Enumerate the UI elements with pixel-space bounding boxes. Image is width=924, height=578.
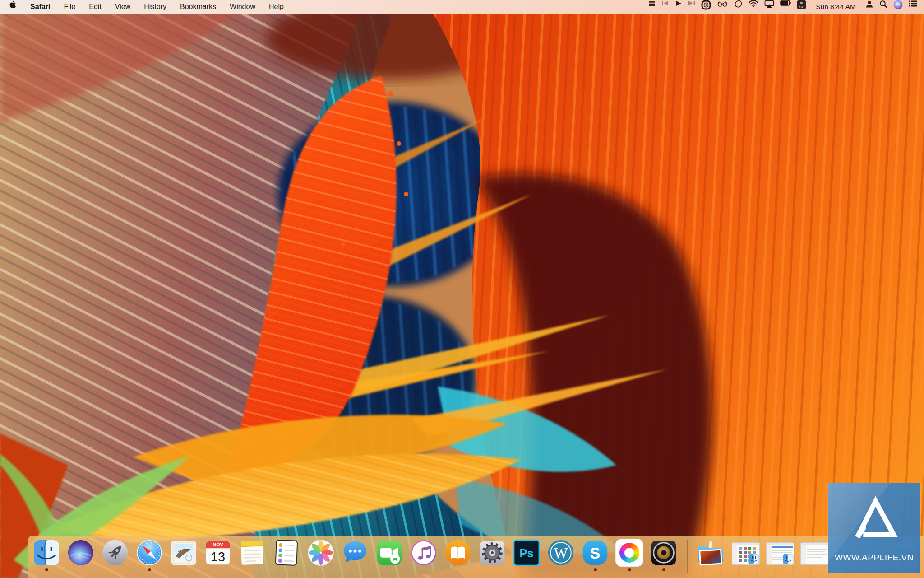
ibooks-icon <box>444 539 472 567</box>
running-indicator <box>662 568 665 571</box>
notes-icon <box>238 539 266 567</box>
finder-window-grid-thumbnail <box>732 542 760 565</box>
menu-item-window[interactable]: Window <box>230 3 255 11</box>
calendar-icon: NOV 13 <box>204 539 232 567</box>
siri-dock-icon <box>67 539 95 567</box>
watermark-url: WWW.APPLIFE.VN <box>835 553 914 563</box>
menu-bar: Safari File Edit View History Bookmarks … <box>0 0 924 14</box>
facetime-icon <box>375 539 403 567</box>
dock-app-itunes[interactable] <box>410 539 438 567</box>
menu-item-file[interactable]: File <box>64 3 75 11</box>
itunes-icon <box>410 539 438 567</box>
menu-bar-clock[interactable]: Sun 8:44 AM <box>816 3 856 11</box>
menu-bar-status: VIST Sun 8:44 AM <box>648 0 924 14</box>
calendar-day: 13 <box>211 550 225 564</box>
speaker-icon <box>650 539 678 567</box>
dock-app-photos[interactable] <box>307 539 335 567</box>
apple-menu[interactable] <box>9 0 17 14</box>
dock-separator <box>687 540 688 573</box>
dock-app-notes[interactable] <box>238 539 266 567</box>
running-indicator <box>594 568 597 571</box>
dock-app-photoshop[interactable]: Ps <box>513 539 541 567</box>
wordpress-icon: W <box>547 539 575 567</box>
dock-app-skype[interactable]: S <box>581 539 609 567</box>
apple-icon <box>9 0 17 9</box>
applife-logo-icon <box>845 490 904 545</box>
menu-item-bookmarks[interactable]: Bookmarks <box>180 3 216 11</box>
dock-app-wordpress[interactable]: W <box>547 539 575 567</box>
notification-center-icon[interactable] <box>909 0 918 14</box>
dock-minimized-finder-window-list[interactable] <box>766 542 794 565</box>
desktop: Safari File Edit View History Bookmarks … <box>0 0 924 578</box>
dock-app-color-picker[interactable] <box>615 539 643 567</box>
dock-app-siri[interactable] <box>67 539 95 567</box>
menu-item-history[interactable]: History <box>144 3 166 11</box>
finder-window-list-thumbnail <box>766 542 794 565</box>
running-indicator <box>148 568 151 571</box>
input-source-icon[interactable]: VIST <box>797 0 806 14</box>
menu-item-help[interactable]: Help <box>269 3 284 11</box>
wordpress-label: W <box>554 545 568 561</box>
dock-minimized-finder-window-grid[interactable] <box>732 542 760 565</box>
user-icon[interactable] <box>865 0 873 14</box>
dock-app-launchpad[interactable] <box>101 539 129 567</box>
play-icon[interactable] <box>675 0 682 14</box>
dock-app-ibooks[interactable] <box>444 539 472 567</box>
launchpad-icon <box>101 539 129 567</box>
dock-app-system-preferences[interactable] <box>478 539 506 567</box>
menu-item-view[interactable]: View <box>115 3 130 11</box>
dock-app-messages[interactable] <box>341 539 369 567</box>
reminders-icon <box>273 539 300 567</box>
dock-app-mail[interactable] <box>170 539 198 567</box>
menu-bar-left: Safari File Edit View History Bookmarks … <box>0 0 284 14</box>
dock: NOV 13 <box>28 536 924 578</box>
dock-app-safari[interactable] <box>135 539 163 567</box>
dock-app-speaker[interactable] <box>650 539 678 567</box>
photoshop-icon: Ps <box>513 539 541 567</box>
menu-item-edit[interactable]: Edit <box>89 3 102 11</box>
queue-icon[interactable] <box>648 0 656 14</box>
siri-icon[interactable] <box>893 0 903 14</box>
folder-stack-icon <box>696 541 725 567</box>
dock-app-finder[interactable] <box>32 539 60 567</box>
system-preferences-icon <box>478 539 506 567</box>
running-indicator <box>45 568 48 571</box>
dock-app-facetime[interactable] <box>375 539 403 567</box>
color-picker-icon <box>615 539 643 567</box>
skype-label: S <box>590 544 600 562</box>
cloud-blob-icon[interactable] <box>734 0 743 14</box>
dock-images-folder-stack[interactable] <box>696 541 725 567</box>
wifi-icon[interactable] <box>748 0 758 14</box>
dock-app-calendar[interactable]: NOV 13 <box>204 539 232 567</box>
spotlight-search-icon[interactable] <box>879 0 887 14</box>
airplay-icon[interactable] <box>764 0 774 14</box>
applife-watermark: WWW.APPLIFE.VN <box>828 483 920 573</box>
battery-icon[interactable] <box>780 0 791 14</box>
finder-icon <box>32 539 60 567</box>
messages-icon <box>341 539 369 567</box>
running-indicator <box>628 568 631 571</box>
skype-icon: S <box>581 539 609 567</box>
desktop-wallpaper <box>0 0 924 578</box>
previous-track-icon[interactable] <box>661 0 669 14</box>
dock-app-reminders[interactable] <box>273 539 300 567</box>
mail-icon <box>170 539 198 567</box>
calendar-month: NOV <box>213 542 223 547</box>
next-track-icon[interactable] <box>688 0 695 14</box>
glasses-icon[interactable] <box>717 0 728 14</box>
record-icon[interactable] <box>701 0 711 14</box>
photos-icon <box>307 539 335 567</box>
safari-icon <box>135 539 163 567</box>
finder-window-partial-thumbnail <box>800 542 828 565</box>
input-source-line2: ST <box>799 5 804 9</box>
photoshop-label: Ps <box>520 547 534 559</box>
menu-app-name[interactable]: Safari <box>30 3 50 11</box>
dock-minimized-finder-window-partial[interactable] <box>800 542 828 565</box>
